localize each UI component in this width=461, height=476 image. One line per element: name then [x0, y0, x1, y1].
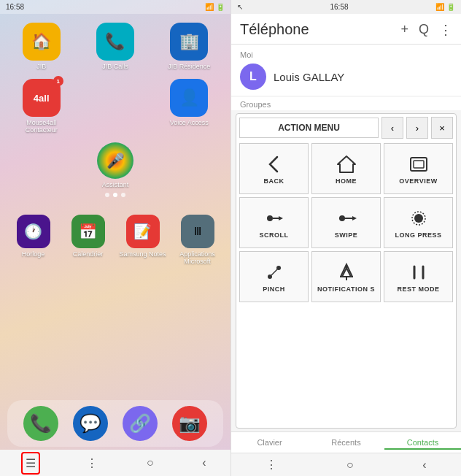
tab-clavier[interactable]: Clavier	[231, 437, 308, 450]
signal-icon: 📶	[205, 3, 214, 11]
overview-label: OVERVIEW	[399, 177, 437, 185]
camera-dock-icon: 📷	[179, 413, 201, 434]
samsung-notes-label: Samsung Notes	[119, 250, 166, 258]
dock-link[interactable]: 🔗	[123, 406, 158, 441]
calendrier-label: Calendrier	[73, 250, 104, 258]
jib-icon: 🏠	[31, 32, 51, 51]
home-label: HOME	[336, 177, 357, 185]
home-nav-button[interactable]: ○	[144, 453, 157, 472]
jib-label: JIB	[36, 63, 46, 70]
status-bar-right: ↖ 16:58 📶 🔋	[231, 0, 461, 14]
search-button[interactable]: Q	[419, 22, 429, 37]
swipe-label: SWIPE	[335, 231, 358, 239]
dock-messages[interactable]: 💬	[73, 406, 108, 441]
lines-right-button[interactable]: ⋮	[263, 455, 280, 475]
back-icon	[264, 154, 284, 174]
rest-mode-label: REST MODE	[397, 285, 439, 293]
longpress-icon	[408, 208, 429, 229]
action-long-press[interactable]: LONG PRESS	[384, 197, 453, 248]
cursor-icon: ↖	[237, 3, 243, 11]
app-jib[interactable]: 🏠 JIB	[9, 23, 74, 70]
spacer-icon	[82, 79, 147, 134]
jib-residence-label: JIB Résidence	[168, 63, 210, 70]
app-mouse4all[interactable]: 4all 1 Mouse4allContacteur	[9, 79, 74, 134]
microsoft-label: Applications Microsoft	[173, 250, 222, 265]
svg-marker-0	[338, 156, 355, 172]
tab-contacts[interactable]: Contacts	[384, 437, 461, 450]
action-menu-title: ACTION MENU	[239, 118, 379, 138]
microsoft-icon: Ⅲ	[194, 225, 201, 238]
moi-section: Moi L Louis GALLAY	[231, 45, 461, 96]
home-icon	[336, 154, 357, 174]
contact-name: Louis GALLAY	[274, 71, 344, 83]
action-menu-overlay: ACTION MENU ‹ › × BACK HOME	[236, 113, 457, 429]
link-dock-icon: 🔗	[129, 413, 151, 434]
contact-avatar: L	[240, 64, 266, 90]
assistant-label: Assistant	[102, 181, 129, 188]
action-swipe[interactable]: SWIPE	[311, 197, 381, 248]
samsung-notes-icon: 📝	[133, 223, 152, 240]
app-assistant[interactable]: 🎤 Assistant	[97, 142, 133, 188]
action-menu-prev[interactable]: ‹	[381, 117, 403, 139]
app-microsoft[interactable]: Ⅲ Applications Microsoft	[173, 215, 222, 265]
action-menu-close[interactable]: ×	[431, 117, 453, 139]
action-overview[interactable]: OVERVIEW	[384, 143, 453, 194]
add-button[interactable]: +	[400, 22, 408, 37]
long-press-label: LONG PRESS	[395, 231, 441, 239]
scroll-label: SCROLL	[260, 231, 289, 239]
status-icons-right: 📶 🔋	[435, 3, 455, 11]
action-menu-header: ACTION MENU ‹ › ×	[239, 117, 453, 139]
action-notifications[interactable]: NOTIFICATION S	[311, 251, 381, 302]
action-rest-mode[interactable]: REST MODE	[384, 251, 453, 302]
horloge-icon: 🕐	[24, 223, 42, 240]
home-right-button[interactable]: ○	[344, 456, 357, 475]
messages-dock-icon: 💬	[80, 413, 101, 434]
app-calendrier[interactable]: 📅 Calendrier	[63, 215, 112, 265]
action-menu-next[interactable]: ›	[406, 117, 428, 139]
voice-access-icon: 👤	[179, 88, 199, 107]
groupes-label: Groupes	[231, 97, 461, 110]
svg-rect-2	[414, 161, 424, 168]
clavier-label: Clavier	[257, 438, 282, 447]
app-voice-access[interactable]: 👤 Voice Access	[157, 79, 222, 134]
jib-calls-label: JIB Calls	[102, 63, 128, 70]
scroll-icon	[264, 208, 284, 229]
app-horloge[interactable]: 🕐 Horloge	[9, 215, 58, 265]
mouse4all-badge: 1	[53, 76, 63, 86]
signal-right-icon: 📶	[435, 3, 444, 11]
back-nav-button[interactable]: ‹	[199, 453, 209, 472]
app-jib-calls[interactable]: 📞 JIB Calls	[82, 23, 147, 70]
dock-camera[interactable]: 📷	[172, 406, 207, 441]
jib-residence-icon: 🏢	[179, 32, 199, 51]
dock-phone[interactable]: 📞	[23, 406, 58, 441]
action-pinch[interactable]: PINCH	[239, 251, 309, 302]
app-grid: 🏠 JIB 📞 JIB Calls 🏢 JIB Résidence 4all 1…	[0, 17, 230, 139]
restmode-icon	[408, 262, 429, 283]
more-button[interactable]: ⋮	[439, 22, 452, 38]
app-jib-residence[interactable]: 🏢 JIB Résidence	[157, 23, 222, 70]
right-phone-panel: ↖ 16:58 📶 🔋 Téléphone + Q ⋮ Moi L Louis …	[230, 0, 461, 476]
lines-nav-button[interactable]: ⋮	[83, 453, 101, 473]
battery-right-icon: 🔋	[446, 3, 455, 11]
svg-point-3	[267, 215, 273, 221]
app-samsung-notes[interactable]: 📝 Samsung Notes	[118, 215, 167, 265]
header-icons: + Q ⋮	[400, 22, 452, 38]
action-scroll[interactable]: SCROLL	[239, 197, 309, 248]
app-header: Téléphone + Q ⋮	[231, 14, 461, 45]
action-back[interactable]: BACK	[239, 143, 309, 194]
back-right-button[interactable]: ‹	[419, 456, 429, 475]
notifications-icon	[336, 262, 357, 283]
left-phone-panel: 16:58 📶 🔋 🏠 JIB 📞 JIB Calls 🏢 JIB Réside…	[0, 0, 230, 476]
action-home[interactable]: HOME	[311, 143, 381, 194]
tab-recents[interactable]: Récents	[308, 437, 384, 450]
swipe-icon	[336, 208, 357, 229]
svg-marker-5	[279, 216, 283, 220]
app-title: Téléphone	[240, 21, 309, 38]
time-left: 16:58	[6, 3, 24, 11]
dot-indicators	[0, 193, 230, 197]
menu-nav-button[interactable]: ☰	[21, 452, 40, 475]
notifications-label: NOTIFICATION S	[317, 285, 375, 293]
phone-dock-icon: 📞	[30, 413, 52, 434]
nav-bar-right: ⋮ ○ ‹	[231, 453, 461, 476]
dot-1	[105, 193, 109, 197]
